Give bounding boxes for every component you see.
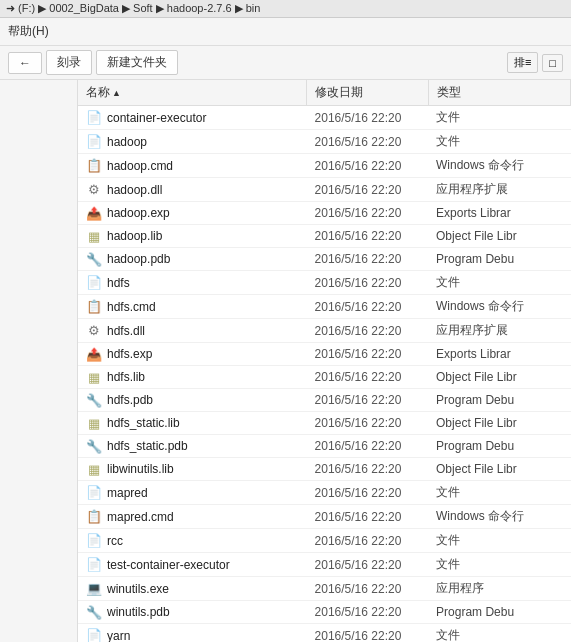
file-date-cell: 2016/5/16 22:20: [307, 366, 428, 389]
file-type-icon: 🔧: [86, 604, 102, 620]
file-name-cell: 📄container-executor: [78, 106, 307, 130]
file-name-cell: 🔧hdfs_static.pdb: [78, 435, 307, 458]
col-header-date[interactable]: 修改日期: [307, 80, 428, 106]
table-row[interactable]: 📄yarn2016/5/16 22:20文件: [78, 624, 571, 643]
table-row[interactable]: 📄hdfs2016/5/16 22:20文件: [78, 271, 571, 295]
file-name-cell: 💻winutils.exe: [78, 577, 307, 601]
file-table: 名称▲ 修改日期 类型 📄container-executor2016/5/16…: [78, 80, 571, 642]
file-type-icon: 📋: [86, 299, 102, 315]
file-date-cell: 2016/5/16 22:20: [307, 295, 428, 319]
col-header-type[interactable]: 类型: [428, 80, 570, 106]
file-date-cell: 2016/5/16 22:20: [307, 271, 428, 295]
table-row[interactable]: 📋mapred.cmd2016/5/16 22:20Windows 命令行: [78, 505, 571, 529]
table-row[interactable]: ▦hdfs_static.lib2016/5/16 22:20Object Fi…: [78, 412, 571, 435]
file-type-cell: 应用程序扩展: [428, 178, 570, 202]
file-name: rcc: [107, 534, 123, 548]
file-name-cell: 📋mapred.cmd: [78, 505, 307, 529]
file-type-cell: 应用程序: [428, 577, 570, 601]
file-name-cell: 📤hadoop.exp: [78, 202, 307, 225]
file-name: hdfs_static.lib: [107, 416, 180, 430]
file-name-cell: 🔧hdfs.pdb: [78, 389, 307, 412]
file-name-cell: 📄rcc: [78, 529, 307, 553]
file-name-cell: ▦hdfs.lib: [78, 366, 307, 389]
file-type-cell: Exports Librar: [428, 202, 570, 225]
table-row[interactable]: 📋hadoop.cmd2016/5/16 22:20Windows 命令行: [78, 154, 571, 178]
table-row[interactable]: 📄test-container-executor2016/5/16 22:20文…: [78, 553, 571, 577]
file-name-cell: ▦libwinutils.lib: [78, 458, 307, 481]
table-row[interactable]: ▦libwinutils.lib2016/5/16 22:20Object Fi…: [78, 458, 571, 481]
file-type-cell: Windows 命令行: [428, 154, 570, 178]
table-header-row: 名称▲ 修改日期 类型: [78, 80, 571, 106]
file-name: hdfs.pdb: [107, 393, 153, 407]
file-type-icon: 📄: [86, 134, 102, 150]
table-row[interactable]: ▦hdfs.lib2016/5/16 22:20Object File Libr: [78, 366, 571, 389]
file-type-icon: ⚙: [86, 182, 102, 198]
file-date-cell: 2016/5/16 22:20: [307, 553, 428, 577]
table-row[interactable]: 🔧winutils.pdb2016/5/16 22:20Program Debu: [78, 601, 571, 624]
table-row[interactable]: ⚙hadoop.dll2016/5/16 22:20应用程序扩展: [78, 178, 571, 202]
file-name: mapred.cmd: [107, 510, 174, 524]
file-name: hdfs.exp: [107, 347, 152, 361]
file-name: hadoop.cmd: [107, 159, 173, 173]
title-text: ➜ (F:) ▶ 0002_BigData ▶ Soft ▶ hadoop-2.…: [6, 2, 260, 14]
table-row[interactable]: 💻winutils.exe2016/5/16 22:20应用程序: [78, 577, 571, 601]
col-header-name[interactable]: 名称▲: [78, 80, 307, 106]
file-name: mapred: [107, 486, 148, 500]
table-row[interactable]: ▦hadoop.lib2016/5/16 22:20Object File Li…: [78, 225, 571, 248]
file-name: container-executor: [107, 111, 206, 125]
file-name-cell: ▦hdfs_static.lib: [78, 412, 307, 435]
file-date-cell: 2016/5/16 22:20: [307, 389, 428, 412]
file-date-cell: 2016/5/16 22:20: [307, 412, 428, 435]
file-type-cell: Windows 命令行: [428, 295, 570, 319]
back-button[interactable]: ←: [8, 52, 42, 74]
file-date-cell: 2016/5/16 22:20: [307, 343, 428, 366]
file-type-cell: 文件: [428, 529, 570, 553]
table-row[interactable]: 📋hdfs.cmd2016/5/16 22:20Windows 命令行: [78, 295, 571, 319]
file-type-cell: 文件: [428, 130, 570, 154]
table-row[interactable]: 📄rcc2016/5/16 22:20文件: [78, 529, 571, 553]
content-area: 名称▲ 修改日期 类型 📄container-executor2016/5/16…: [78, 80, 571, 642]
file-name-cell: 📄mapred: [78, 481, 307, 505]
file-date-cell: 2016/5/16 22:20: [307, 481, 428, 505]
view-toggle-button[interactable]: 排≡: [507, 52, 538, 73]
file-type-cell: Program Debu: [428, 389, 570, 412]
toolbar: ← 刻录 新建文件夹 排≡ □: [0, 46, 571, 80]
file-name-cell: 📋hdfs.cmd: [78, 295, 307, 319]
file-type-cell: 文件: [428, 553, 570, 577]
file-name: test-container-executor: [107, 558, 230, 572]
table-row[interactable]: 📄mapred2016/5/16 22:20文件: [78, 481, 571, 505]
file-type-icon: 📤: [86, 205, 102, 221]
table-row[interactable]: 🔧hadoop.pdb2016/5/16 22:20Program Debu: [78, 248, 571, 271]
new-folder-button[interactable]: 新建文件夹: [96, 50, 178, 75]
file-name-cell: 📄test-container-executor: [78, 553, 307, 577]
file-name: winutils.pdb: [107, 605, 170, 619]
file-name: hadoop.pdb: [107, 252, 170, 266]
table-row[interactable]: 📤hdfs.exp2016/5/16 22:20Exports Librar: [78, 343, 571, 366]
table-row[interactable]: 🔧hdfs.pdb2016/5/16 22:20Program Debu: [78, 389, 571, 412]
file-date-cell: 2016/5/16 22:20: [307, 624, 428, 643]
burn-button[interactable]: 刻录: [46, 50, 92, 75]
table-row[interactable]: 📄hadoop2016/5/16 22:20文件: [78, 130, 571, 154]
file-type-icon: 🔧: [86, 392, 102, 408]
file-type-cell: Windows 命令行: [428, 505, 570, 529]
file-name-cell: 📄hadoop: [78, 130, 307, 154]
table-row[interactable]: 📄container-executor2016/5/16 22:20文件: [78, 106, 571, 130]
file-date-cell: 2016/5/16 22:20: [307, 577, 428, 601]
table-row[interactable]: 📤hadoop.exp2016/5/16 22:20Exports Librar: [78, 202, 571, 225]
table-row[interactable]: 🔧hdfs_static.pdb2016/5/16 22:20Program D…: [78, 435, 571, 458]
file-name: hadoop: [107, 135, 147, 149]
file-type-cell: Object File Libr: [428, 412, 570, 435]
file-type-icon: 📄: [86, 485, 102, 501]
file-type-cell: Program Debu: [428, 601, 570, 624]
view-more-button[interactable]: □: [542, 54, 563, 72]
file-date-cell: 2016/5/16 22:20: [307, 505, 428, 529]
file-date-cell: 2016/5/16 22:20: [307, 601, 428, 624]
menu-help[interactable]: 帮助(H): [0, 20, 57, 43]
table-row[interactable]: ⚙hdfs.dll2016/5/16 22:20应用程序扩展: [78, 319, 571, 343]
file-type-cell: Object File Libr: [428, 366, 570, 389]
file-name: hadoop.dll: [107, 183, 162, 197]
file-type-icon: ⚙: [86, 323, 102, 339]
file-type-icon: 📄: [86, 110, 102, 126]
file-name: hdfs.lib: [107, 370, 145, 384]
file-date-cell: 2016/5/16 22:20: [307, 319, 428, 343]
